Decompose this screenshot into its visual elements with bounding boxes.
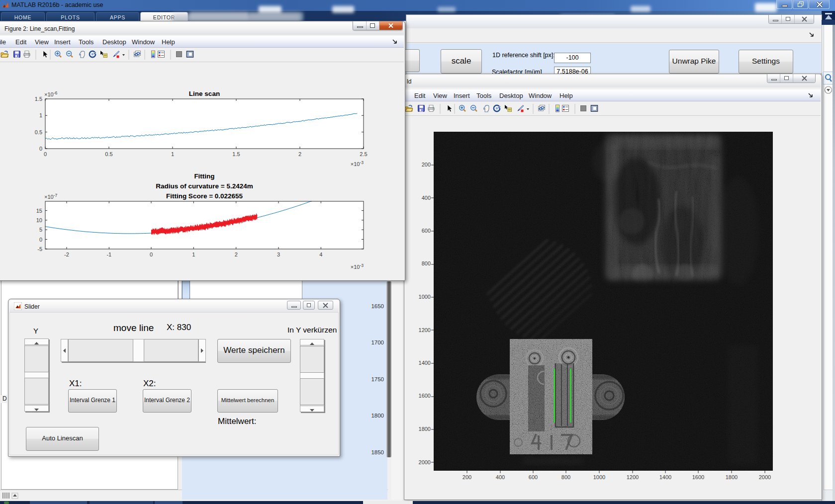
- svg-text:0.5: 0.5: [105, 151, 112, 157]
- svg-text:1.5: 1.5: [35, 96, 42, 102]
- svg-text:10: 10: [36, 217, 42, 223]
- svg-text:0: 0: [44, 151, 47, 157]
- svg-text:1: 1: [192, 252, 195, 257]
- svg-text:5: 5: [39, 227, 42, 233]
- svg-text:×10-6: ×10-6: [44, 90, 58, 97]
- svg-text:2: 2: [235, 252, 238, 257]
- svg-text:1: 1: [39, 112, 42, 118]
- svg-text:0: 0: [39, 237, 42, 243]
- svg-text:0: 0: [39, 146, 42, 152]
- svg-text:-1: -1: [106, 252, 111, 257]
- svg-text:4: 4: [319, 252, 322, 257]
- svg-text:1: 1: [171, 151, 174, 157]
- svg-text:3: 3: [277, 252, 280, 257]
- svg-text:Fitting: Fitting: [194, 172, 214, 180]
- svg-text:×10-3: ×10-3: [351, 160, 364, 167]
- svg-text:2: 2: [298, 151, 301, 157]
- svg-text:Line scan: Line scan: [189, 90, 220, 97]
- svg-text:0.5: 0.5: [35, 129, 42, 135]
- svg-text:0: 0: [150, 252, 153, 257]
- svg-text:Radius of curvature = 5.2424m: Radius of curvature = 5.2424m: [156, 182, 253, 190]
- svg-text:-5: -5: [37, 246, 42, 252]
- svg-text:2.5: 2.5: [360, 151, 367, 157]
- svg-text:1.5: 1.5: [232, 151, 240, 157]
- svg-text:15: 15: [36, 208, 42, 214]
- svg-text:×10-7: ×10-7: [44, 193, 58, 200]
- svg-text:-2: -2: [64, 252, 69, 257]
- svg-text:×10-3: ×10-3: [351, 263, 364, 270]
- svg-text:Fitting Score = 0.022655: Fitting Score = 0.022655: [166, 192, 243, 200]
